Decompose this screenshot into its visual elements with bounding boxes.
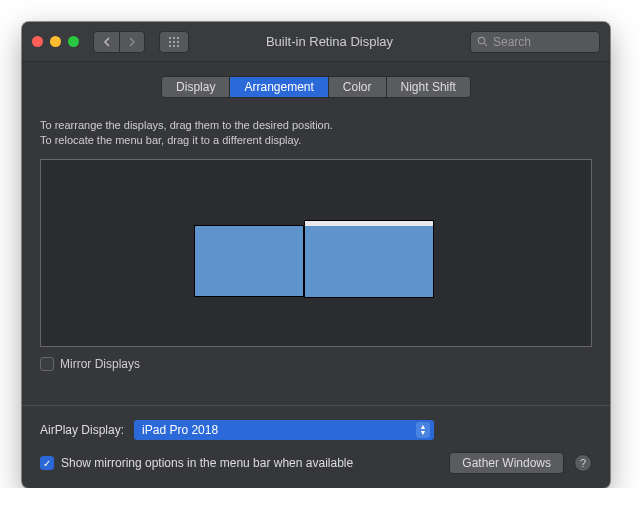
content-area: Display Arrangement Color Night Shift To… <box>22 62 610 405</box>
svg-point-0 <box>169 37 171 39</box>
right-group: Gather Windows ? <box>449 452 592 474</box>
svg-point-4 <box>173 41 175 43</box>
help-button[interactable]: ? <box>574 454 592 472</box>
airplay-label: AirPlay Display: <box>40 423 124 437</box>
svg-point-5 <box>177 41 179 43</box>
airplay-selected: iPad Pro 2018 <box>142 423 218 437</box>
svg-point-3 <box>169 41 171 43</box>
display-secondary[interactable] <box>194 225 304 297</box>
svg-point-9 <box>478 37 484 43</box>
mirror-displays-label: Mirror Displays <box>60 357 140 371</box>
svg-point-8 <box>177 45 179 47</box>
show-mirroring-label: Show mirroring options in the menu bar w… <box>61 456 353 470</box>
preferences-window: Built-in Retina Display Display Arrangem… <box>22 22 610 488</box>
svg-line-10 <box>484 43 487 46</box>
window-controls <box>32 36 79 47</box>
search-field[interactable] <box>470 31 600 53</box>
chevron-updown-icon: ▲▼ <box>416 422 430 438</box>
svg-point-7 <box>173 45 175 47</box>
display-primary[interactable] <box>304 220 434 298</box>
search-icon <box>477 36 488 47</box>
close-icon[interactable] <box>32 36 43 47</box>
nav-buttons <box>93 31 145 53</box>
svg-point-2 <box>177 37 179 39</box>
window-title: Built-in Retina Display <box>197 34 462 49</box>
instruction-line: To rearrange the displays, drag them to … <box>40 118 592 133</box>
gather-windows-button[interactable]: Gather Windows <box>449 452 564 474</box>
instruction-line: To relocate the menu bar, drag it to a d… <box>40 133 592 148</box>
svg-point-1 <box>173 37 175 39</box>
mirror-row: Mirror Displays <box>40 357 592 371</box>
tab-display[interactable]: Display <box>162 77 230 97</box>
instructions-text: To rearrange the displays, drag them to … <box>40 118 592 149</box>
arrangement-canvas[interactable] <box>40 159 592 347</box>
titlebar: Built-in Retina Display <box>22 22 610 62</box>
show-mirroring-row: ✓ Show mirroring options in the menu bar… <box>40 456 353 470</box>
tab-bar: Display Arrangement Color Night Shift <box>161 76 471 98</box>
menubar-indicator[interactable] <box>305 221 433 226</box>
tab-night-shift[interactable]: Night Shift <box>387 77 470 97</box>
back-button[interactable] <box>93 31 119 53</box>
minimize-icon[interactable] <box>50 36 61 47</box>
lower-section: AirPlay Display: iPad Pro 2018 ▲▼ ✓ Show… <box>22 405 610 488</box>
airplay-dropdown[interactable]: iPad Pro 2018 ▲▼ <box>134 420 434 440</box>
forward-button[interactable] <box>119 31 145 53</box>
tab-arrangement[interactable]: Arrangement <box>230 77 328 97</box>
zoom-icon[interactable] <box>68 36 79 47</box>
search-input[interactable] <box>493 35 593 49</box>
airplay-row: AirPlay Display: iPad Pro 2018 ▲▼ <box>40 420 592 440</box>
svg-point-6 <box>169 45 171 47</box>
tab-color[interactable]: Color <box>329 77 387 97</box>
mirror-displays-checkbox[interactable] <box>40 357 54 371</box>
show-all-button[interactable] <box>159 31 189 53</box>
show-mirroring-checkbox[interactable]: ✓ <box>40 456 54 470</box>
bottom-row: ✓ Show mirroring options in the menu bar… <box>40 452 592 474</box>
